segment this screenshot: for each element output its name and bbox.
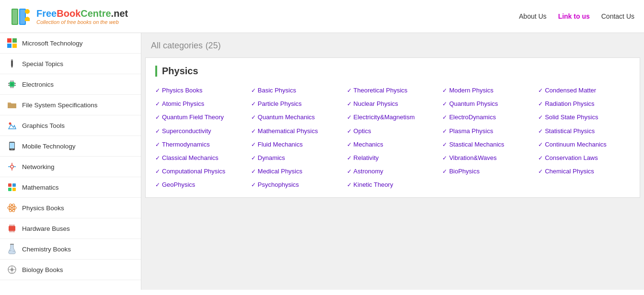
svg-rect-47 [10,244,14,245]
svg-point-36 [11,207,13,209]
category-link-14[interactable]: ✓Solid State Physics [538,113,630,122]
check-icon: ✓ [442,100,447,108]
category-link-24[interactable]: ✓Continuum Mechanics [538,140,630,149]
logo-icon [10,5,33,28]
check-icon: ✓ [155,168,160,176]
sidebar-item-mobile-technology[interactable]: Mobile Technology [0,136,141,157]
check-icon: ✓ [538,87,543,95]
check-icon: ✓ [347,141,352,149]
svg-rect-35 [12,188,16,191]
svg-rect-22 [8,103,16,108]
category-link-35[interactable]: ✓GeoPhysics [155,181,247,189]
sidebar: Microsoft Technology Special Topics [0,33,141,290]
category-link-10[interactable]: ✓Quantum Field Theory [155,113,247,122]
check-icon: ✓ [251,154,256,162]
check-icon: ✓ [347,168,352,176]
category-link-4[interactable]: ✓Condensed Matter [538,86,630,95]
check-icon: ✓ [251,127,256,136]
nav-link-to-us[interactable]: Link to us [558,12,590,20]
logo-net: .net [111,8,128,19]
check-icon: ✓ [347,127,352,136]
category-link-30[interactable]: ✓Computational Physics [155,167,247,176]
category-link-16[interactable]: ✓Mathematical Physics [251,127,343,136]
sidebar-item-graphics-tools[interactable]: Graphics Tools [0,115,141,136]
category-link-12[interactable]: ✓Electricity&Magnetism [347,113,439,122]
check-icon: ✓ [538,141,543,149]
category-link-6[interactable]: ✓Particle Physics [251,100,343,108]
svg-rect-6 [12,38,17,43]
check-icon: ✓ [347,181,352,189]
svg-rect-11 [11,59,13,61]
sidebar-item-mathematics[interactable]: Mathematics [0,177,141,198]
category-link-32[interactable]: ✓Astronomy [347,167,439,176]
sidebar-item-chemistry-books[interactable]: Chemistry Books [0,239,141,260]
chip-icon [7,79,17,90]
category-link-7[interactable]: ✓Nuclear Physics [347,100,439,108]
category-link-17[interactable]: ✓Optics [347,127,439,136]
sidebar-item-special-topics[interactable]: Special Topics [0,54,141,74]
folder-icon [7,100,17,110]
category-link-2[interactable]: ✓Theoretical Physics [347,86,439,95]
category-link-1[interactable]: ✓Basic Physics [251,86,343,95]
svg-rect-5 [7,38,12,43]
category-link-27[interactable]: ✓Relativity [347,154,439,162]
category-link-11[interactable]: ✓Quantum Mechanics [251,113,343,122]
sidebar-item-electronics[interactable]: Electronics [0,74,141,95]
check-icon: ✓ [538,113,543,122]
svg-point-23 [9,123,12,125]
all-categories-title: All categories (25) [151,40,221,50]
category-link-5[interactable]: ✓Atomic Physics [155,100,247,108]
layout: Microsoft Technology Special Topics [0,33,644,290]
category-link-18[interactable]: ✓Plasma Physics [442,127,534,136]
category-link-31[interactable]: ✓Medical Physics [251,167,343,176]
category-link-29[interactable]: ✓Conservation Laws [538,154,630,162]
category-link-26[interactable]: ✓Dynamics [251,154,343,162]
categories-content: Physics ✓Physics Books✓Basic Physics✓The… [145,57,640,198]
logo-centre: Centre [80,8,111,19]
sidebar-item-physics-books[interactable]: Physics Books [0,198,141,218]
category-link-8[interactable]: ✓Quantum Physics [442,100,534,108]
svg-rect-40 [9,226,15,231]
sidebar-label-networking: Networking [22,163,55,170]
category-link-34[interactable]: ✓Chemical Physics [538,167,630,176]
category-link-15[interactable]: ✓Superconductivity [155,127,247,136]
category-link-37[interactable]: ✓Kinetic Theory [347,181,439,189]
category-link-13[interactable]: ✓ElectroDynamics [442,113,534,122]
sidebar-item-biology-books[interactable]: Biology Books [0,260,141,280]
sidebar-label-biology-books: Biology Books [22,266,63,273]
category-link-36[interactable]: ✓Psychophysics [251,181,343,189]
check-icon: ✓ [251,181,256,189]
nav-contact-us[interactable]: Contact Us [601,12,634,20]
svg-rect-8 [12,44,17,48]
svg-rect-13 [11,83,13,86]
mobile-icon [7,141,17,151]
category-link-0[interactable]: ✓Physics Books [155,86,247,95]
atom-icon [7,203,17,213]
category-link-25[interactable]: ✓Classical Mechanics [155,154,247,162]
biology-icon [7,264,17,275]
category-link-21[interactable]: ✓Fluid Mechanics [251,140,343,149]
check-icon: ✓ [538,100,543,108]
category-link-23[interactable]: ✓Stastical Mechanics [442,140,534,149]
category-link-33[interactable]: ✓BioPhysics [442,167,534,176]
category-link-9[interactable]: ✓Radiation Physics [538,100,630,108]
nav-links: About Us Link to us Contact Us [519,12,634,20]
category-link-20[interactable]: ✓Thermodynamics [155,140,247,149]
sidebar-item-file-system[interactable]: File System Specifications [0,95,141,115]
check-icon: ✓ [155,113,160,122]
category-link-19[interactable]: ✓Statistical Physics [538,127,630,136]
sidebar-item-hardware-buses[interactable]: Hardware Buses [0,218,141,239]
sidebar-label-physics-books: Physics Books [22,204,64,212]
category-link-22[interactable]: ✓Mechanics [347,140,439,149]
category-link-3[interactable]: ✓Modern Physics [442,86,534,95]
nav-about-us[interactable]: About Us [519,12,547,20]
sidebar-item-microsoft-technology[interactable]: Microsoft Technology [0,33,141,54]
hardware-icon [7,223,17,234]
sidebar-label-mobile-technology: Mobile Technology [22,143,76,150]
svg-rect-32 [8,183,12,187]
sidebar-item-networking[interactable]: Networking [0,157,141,177]
check-icon: ✓ [251,168,256,176]
category-link-28[interactable]: ✓Vibration&Waves [442,154,534,162]
svg-rect-25 [10,143,14,148]
flask-icon [7,244,17,254]
